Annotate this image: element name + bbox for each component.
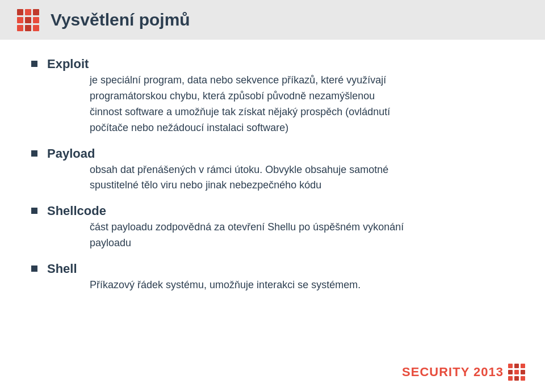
term-heading-exploit: Exploit: [47, 57, 514, 71]
term-def-exploit: je speciální program, data nebo sekvence…: [90, 73, 514, 136]
bullet-payload: [31, 146, 47, 194]
header-decoration: [17, 9, 39, 31]
term-def-shell: Příkazový řádek systému, umožňuje intera…: [90, 277, 514, 293]
main-content: Exploit je speciální program, data nebo …: [0, 40, 545, 315]
footer-text: SECURITY 2013: [402, 365, 504, 380]
term-heading-payload: Payload: [47, 146, 514, 161]
term-shellcode: Shellcode část payloadu zodpovědná za ot…: [31, 204, 514, 251]
term-exploit: Exploit je speciální program, data nebo …: [31, 57, 514, 136]
term-def-shellcode: část payloadu zodpovědná za otevření She…: [90, 220, 514, 251]
term-heading-shell: Shell: [47, 262, 514, 276]
bullet-shell: [31, 262, 47, 293]
term-def-payload: obsah dat přenášených v rámci útoku. Obv…: [90, 162, 514, 194]
term-heading-shellcode: Shellcode: [47, 204, 514, 218]
bullet-exploit: [31, 57, 47, 136]
term-payload: Payload obsah dat přenášených v rámci út…: [31, 146, 514, 194]
footer-decoration: [508, 364, 525, 381]
page-title: Vysvětlení pojmů: [51, 10, 190, 29]
bullet-shellcode: [31, 204, 47, 251]
footer: SECURITY 2013: [402, 364, 525, 381]
term-shell: Shell Příkazový řádek systému, umožňuje …: [31, 262, 514, 293]
